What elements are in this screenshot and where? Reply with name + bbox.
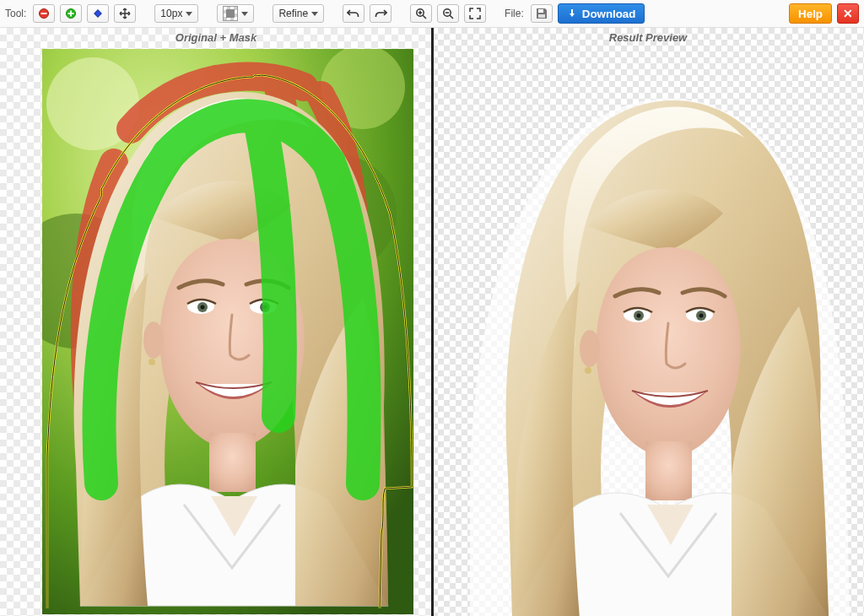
- help-button[interactable]: Help: [789, 3, 832, 24]
- zoom-in-button[interactable]: [410, 4, 432, 23]
- diamond-icon: [92, 8, 104, 19]
- close-icon: ✕: [843, 7, 853, 20]
- chevron-down-icon: [186, 12, 192, 16]
- chevron-down-icon: [311, 12, 318, 16]
- result-preview-canvas: [432, 28, 864, 616]
- help-label: Help: [798, 8, 823, 20]
- move-tool-button[interactable]: [114, 4, 136, 23]
- original-mask-canvas: [0, 28, 432, 616]
- plus-circle-icon: [65, 8, 77, 19]
- svg-rect-8: [538, 9, 543, 13]
- svg-rect-5: [94, 10, 101, 17]
- svg-rect-9: [538, 14, 545, 18]
- hair-tool-button[interactable]: [87, 4, 109, 23]
- zoom-out-button[interactable]: [437, 4, 459, 23]
- chevron-down-icon: [241, 12, 248, 16]
- svg-point-28: [580, 330, 600, 367]
- svg-point-18: [143, 322, 164, 359]
- svg-point-29: [585, 367, 591, 374]
- refine-label: Refine: [278, 8, 308, 19]
- file-label: File:: [505, 8, 524, 19]
- minus-circle-icon: [38, 8, 50, 19]
- svg-point-34: [637, 314, 641, 318]
- zoom-out-icon: [442, 8, 454, 19]
- pane-divider[interactable]: [431, 28, 434, 616]
- bg-color-dropdown[interactable]: [217, 4, 254, 23]
- download-label: Download: [582, 8, 636, 20]
- save-disk-icon: [536, 8, 548, 19]
- undo-icon: [347, 8, 360, 19]
- svg-rect-4: [70, 11, 72, 17]
- fit-screen-button[interactable]: [464, 4, 486, 23]
- original-mask-pane[interactable]: [0, 28, 432, 616]
- svg-rect-17: [209, 433, 256, 492]
- svg-rect-1: [41, 13, 47, 14]
- brush-size-dropdown[interactable]: 10px: [154, 4, 198, 23]
- fit-screen-icon: [469, 8, 481, 19]
- refine-dropdown[interactable]: Refine: [273, 4, 324, 23]
- left-panel-title: Original + Mask: [0, 31, 432, 44]
- result-preview-pane[interactable]: [432, 28, 864, 616]
- close-button[interactable]: ✕: [837, 3, 859, 24]
- svg-point-35: [699, 314, 704, 318]
- download-button[interactable]: Download: [558, 3, 645, 24]
- keep-tool-button[interactable]: [60, 4, 82, 23]
- redo-button[interactable]: [370, 4, 392, 23]
- svg-point-24: [201, 305, 205, 310]
- svg-rect-27: [645, 441, 692, 500]
- zoom-in-icon: [415, 8, 427, 19]
- workspace: Original + Mask Result Preview: [0, 28, 864, 616]
- download-arrow-icon: [567, 8, 577, 19]
- brush-size-value: 10px: [160, 8, 182, 19]
- svg-point-19: [148, 359, 155, 365]
- right-panel-title: Result Preview: [432, 31, 864, 44]
- save-button[interactable]: [531, 4, 553, 23]
- tool-label: Tool:: [5, 8, 26, 19]
- move-icon: [119, 8, 131, 19]
- main-toolbar: Tool: 10px Refine File: [0, 0, 864, 28]
- undo-button[interactable]: [343, 4, 364, 23]
- redo-icon: [374, 8, 387, 19]
- erase-tool-button[interactable]: [33, 4, 55, 23]
- bg-color-swatch-icon: [223, 6, 238, 21]
